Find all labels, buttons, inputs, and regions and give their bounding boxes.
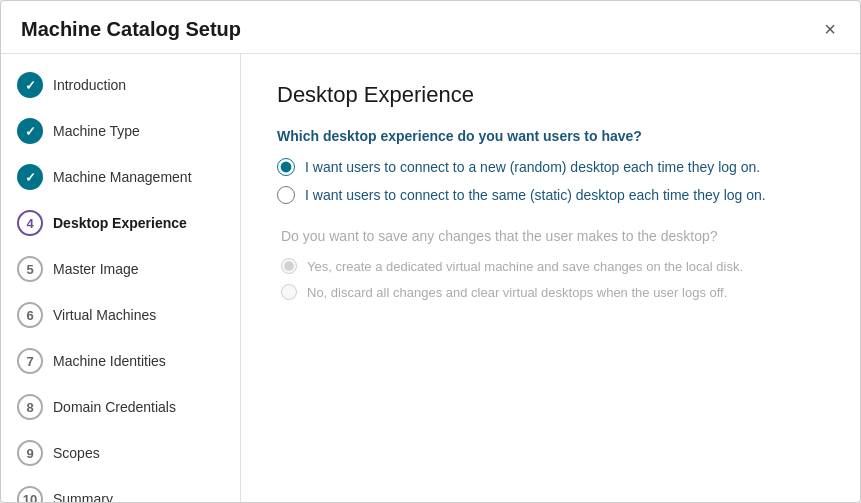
radio-label-random: I want users to connect to a new (random… [305, 159, 760, 175]
sidebar-label-machine-type: Machine Type [53, 123, 140, 139]
radio-label-static: I want users to connect to the same (sta… [305, 187, 766, 203]
dialog-title: Machine Catalog Setup [21, 18, 241, 41]
step-icon-master-image: 5 [17, 256, 43, 282]
sidebar-item-machine-type[interactable]: ✓Machine Type [1, 108, 240, 154]
sidebar-item-scopes[interactable]: 9Scopes [1, 430, 240, 476]
radio-option-static[interactable]: I want users to connect to the same (sta… [277, 186, 824, 204]
section-title: Desktop Experience [277, 82, 824, 108]
radio-input-static[interactable] [277, 186, 295, 204]
step-icon-machine-management: ✓ [17, 164, 43, 190]
sidebar-label-machine-identities: Machine Identities [53, 353, 166, 369]
sub-radio-option-discard-changes[interactable]: No, discard all changes and clear virtua… [281, 284, 824, 300]
step-icon-scopes: 9 [17, 440, 43, 466]
sub-question: Do you want to save any changes that the… [281, 228, 824, 244]
radio-input-random[interactable] [277, 158, 295, 176]
sub-section: Do you want to save any changes that the… [277, 228, 824, 300]
step-icon-desktop-experience: 4 [17, 210, 43, 236]
dialog-header: Machine Catalog Setup × [1, 1, 860, 54]
step-icon-summary: 10 [17, 486, 43, 502]
dialog-body: ✓Introduction✓Machine Type✓Machine Manag… [1, 54, 860, 502]
step-icon-machine-type: ✓ [17, 118, 43, 144]
sidebar-label-machine-management: Machine Management [53, 169, 192, 185]
step-icon-virtual-machines: 6 [17, 302, 43, 328]
sidebar-item-domain-credentials[interactable]: 8Domain Credentials [1, 384, 240, 430]
close-button[interactable]: × [820, 17, 840, 41]
sub-radio-input-save-changes [281, 258, 297, 274]
step-icon-introduction: ✓ [17, 72, 43, 98]
desktop-experience-options: I want users to connect to a new (random… [277, 158, 824, 204]
step-icon-domain-credentials: 8 [17, 394, 43, 420]
sidebar-label-domain-credentials: Domain Credentials [53, 399, 176, 415]
sidebar-label-introduction: Introduction [53, 77, 126, 93]
sidebar: ✓Introduction✓Machine Type✓Machine Manag… [1, 54, 241, 502]
sidebar-item-introduction[interactable]: ✓Introduction [1, 62, 240, 108]
sub-radio-option-save-changes[interactable]: Yes, create a dedicated virtual machine … [281, 258, 824, 274]
radio-option-random[interactable]: I want users to connect to a new (random… [277, 158, 824, 176]
step-icon-machine-identities: 7 [17, 348, 43, 374]
sidebar-label-summary: Summary [53, 491, 113, 502]
sub-options: Yes, create a dedicated virtual machine … [281, 258, 824, 300]
sidebar-item-master-image[interactable]: 5Master Image [1, 246, 240, 292]
main-content: Desktop Experience Which desktop experie… [241, 54, 860, 502]
sidebar-item-machine-management[interactable]: ✓Machine Management [1, 154, 240, 200]
machine-catalog-dialog: Machine Catalog Setup × ✓Introduction✓Ma… [0, 0, 861, 503]
sidebar-label-desktop-experience: Desktop Experience [53, 215, 187, 231]
sub-radio-label-discard-changes: No, discard all changes and clear virtua… [307, 285, 727, 300]
sub-radio-input-discard-changes [281, 284, 297, 300]
sidebar-item-virtual-machines[interactable]: 6Virtual Machines [1, 292, 240, 338]
sidebar-item-summary[interactable]: 10Summary [1, 476, 240, 502]
sidebar-item-desktop-experience[interactable]: 4Desktop Experience [1, 200, 240, 246]
sidebar-item-machine-identities[interactable]: 7Machine Identities [1, 338, 240, 384]
sub-radio-label-save-changes: Yes, create a dedicated virtual machine … [307, 259, 743, 274]
sidebar-label-master-image: Master Image [53, 261, 139, 277]
sidebar-label-scopes: Scopes [53, 445, 100, 461]
question-label: Which desktop experience do you want use… [277, 128, 824, 144]
sidebar-label-virtual-machines: Virtual Machines [53, 307, 156, 323]
